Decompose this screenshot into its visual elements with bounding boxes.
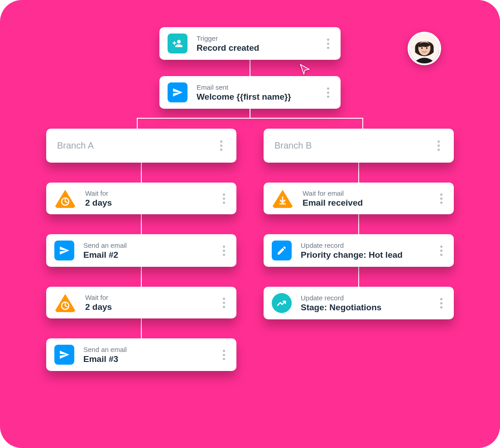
node-trigger[interactable]: Trigger Record created [159, 27, 341, 60]
node-title: Email #2 [83, 250, 219, 260]
node-title: 2 days [85, 302, 219, 312]
node-text: Email sent Welcome {{first name}} [197, 83, 323, 102]
send-icon [168, 82, 188, 102]
connector [141, 318, 142, 338]
connector [250, 60, 250, 76]
node-label: Update record [301, 294, 437, 302]
node-title: Email #3 [83, 354, 219, 364]
kebab-menu[interactable] [219, 244, 228, 258]
node-label: Wait for [85, 189, 219, 197]
connector [141, 214, 142, 234]
branch-a-column: Branch A Wait for 2 days [46, 129, 236, 371]
edit-pencil-icon [272, 241, 292, 260]
node-title: Stage: Negotiations [301, 303, 437, 313]
node-text: Update record Stage: Negotiations [301, 294, 437, 313]
wait-clock-icon [54, 189, 76, 208]
kebab-menu[interactable] [219, 296, 228, 310]
kebab-menu[interactable] [216, 139, 226, 153]
node-title: Record created [197, 43, 323, 53]
node-title: Email received [303, 198, 437, 208]
node-wait[interactable]: Wait for 2 days [46, 183, 236, 214]
node-label: Trigger [197, 34, 323, 42]
workflow-canvas: Trigger Record created Email sent Welcom… [0, 0, 500, 448]
node-send-email[interactable]: Send an email Email #3 [46, 338, 236, 371]
node-label: Send an email [83, 241, 219, 249]
person-add-icon [168, 34, 188, 53]
node-label: Email sent [197, 83, 323, 91]
node-label: Wait for [85, 294, 219, 301]
kebab-menu[interactable] [219, 192, 228, 206]
node-email-sent[interactable]: Email sent Welcome {{first name}} [159, 76, 341, 109]
connector [358, 267, 359, 287]
branch-b-column: Branch B Wait for email Email received [264, 129, 454, 319]
node-label: Send an email [83, 346, 219, 353]
node-label: Wait for email [303, 189, 437, 197]
branch-split-connector [137, 109, 363, 129]
node-text: Wait for 2 days [85, 294, 219, 312]
node-wait[interactable]: Wait for 2 days [46, 287, 236, 318]
node-send-email[interactable]: Send an email Email #2 [46, 234, 236, 267]
branch-b-header[interactable]: Branch B [264, 129, 454, 163]
kebab-menu[interactable] [437, 192, 446, 206]
node-update-record[interactable]: Update record Priority change: Hot lead [264, 234, 454, 267]
branch-a-header[interactable]: Branch A [46, 129, 236, 163]
kebab-menu[interactable] [323, 86, 332, 100]
send-icon [54, 345, 74, 365]
kebab-menu[interactable] [437, 244, 446, 258]
connector [358, 214, 359, 234]
branch-label: Branch A [57, 140, 94, 151]
kebab-menu[interactable] [323, 37, 332, 51]
node-wait-email[interactable]: Wait for email Email received [264, 183, 454, 214]
node-title: 2 days [85, 198, 219, 208]
node-update-record[interactable]: Update record Stage: Negotiations [264, 287, 454, 319]
send-icon [54, 241, 74, 260]
node-title: Welcome {{first name}} [197, 92, 323, 102]
node-text: Update record Priority change: Hot lead [301, 241, 437, 260]
node-text: Trigger Record created [197, 34, 323, 53]
kebab-menu[interactable] [434, 139, 443, 153]
trending-up-icon [272, 293, 292, 313]
branch-label: Branch B [274, 140, 312, 151]
wait-download-icon [272, 189, 293, 208]
node-text: Wait for 2 days [85, 189, 219, 208]
connector [358, 163, 359, 183]
node-title: Priority change: Hot lead [301, 250, 437, 260]
kebab-menu[interactable] [437, 296, 446, 310]
node-text: Wait for email Email received [303, 189, 437, 208]
connector [141, 267, 142, 287]
node-label: Update record [301, 241, 437, 249]
connector [141, 163, 142, 183]
kebab-menu[interactable] [219, 348, 228, 362]
node-text: Send an email Email #3 [83, 346, 219, 364]
collaborator-cursor [299, 63, 311, 75]
node-text: Send an email Email #2 [83, 241, 219, 260]
wait-clock-icon [54, 293, 76, 312]
